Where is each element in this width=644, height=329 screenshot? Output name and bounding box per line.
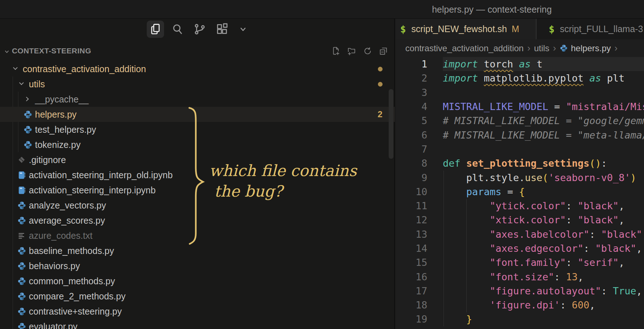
breadcrumb-item[interactable]: utils	[534, 43, 550, 53]
code-line-11[interactable]: 11 "ytick.color": "black",	[396, 199, 644, 213]
code-line-1[interactable]: 1import torch as t	[396, 57, 644, 71]
tree-item-evaluator-py[interactable]: evaluator.py	[0, 319, 395, 329]
search-icon[interactable]	[169, 21, 186, 38]
explorer-section-label: CONTEXT-STEERING	[12, 47, 91, 55]
shell-file-icon: $	[400, 24, 406, 35]
tab-script-new-fewshot[interactable]: $ script_NEW_fewshot.sh M	[396, 19, 537, 39]
file-name: behaviors.py	[29, 261, 80, 271]
file-name: analyze_vectors.py	[29, 200, 106, 211]
breadcrumb-separator: ›	[614, 43, 618, 54]
text-file-icon	[17, 231, 26, 240]
line-content: params = {	[443, 186, 525, 197]
explorer-section-header[interactable]: CONTEXT-STEERING	[0, 43, 395, 59]
file-name: average_scores.py	[29, 215, 105, 226]
python-file-icon	[23, 125, 32, 134]
line-number: 10	[396, 186, 427, 197]
code-lines: 1import torch as t2import matplotlib.pyp…	[396, 57, 644, 326]
line-number: 16	[396, 271, 427, 282]
tree-item-compare-2-methods-py[interactable]: compare_2_methods.py	[0, 289, 395, 304]
more-views-chevron-icon[interactable]	[234, 21, 252, 38]
git-modified-dot	[375, 76, 385, 92]
tree-item-average-scores-py[interactable]: average_scores.py	[0, 213, 395, 228]
tree-item-tokenize-py[interactable]: tokenize.py	[0, 137, 395, 152]
tree-item--gitignore[interactable]: .gitignore	[0, 152, 395, 167]
tree-item-baseline-methods-py[interactable]: baseline_methods.py	[0, 243, 395, 258]
code-line-7[interactable]: 7	[396, 142, 644, 156]
notebook-file-icon	[17, 185, 26, 195]
python-file-icon	[23, 110, 32, 119]
chevron-down-icon	[11, 64, 20, 74]
python-file-icon	[17, 261, 26, 271]
tree-item-common-methods-py[interactable]: common_methods.py	[0, 273, 395, 289]
code-line-5[interactable]: 5# MISTRAL_LIKE_MODEL = "google/gemm	[396, 114, 644, 128]
tree-item-analyze-vectors-py[interactable]: analyze_vectors.py	[0, 198, 395, 213]
explorer-files-icon[interactable]	[147, 21, 164, 38]
file-name: utils	[29, 79, 45, 89]
code-line-16[interactable]: 16 "font.size": 13,	[396, 269, 644, 284]
line-content: }	[443, 313, 472, 325]
code-line-4[interactable]: 4MISTRAL_LIKE_MODEL = "mistralai/Mis	[396, 100, 644, 114]
code-line-19[interactable]: 19 }	[396, 312, 644, 326]
code-line-13[interactable]: 13 "axes.labelcolor": "black",	[396, 227, 644, 241]
shell-file-icon: $	[549, 24, 555, 35]
code-line-14[interactable]: 14 "axes.edgecolor": "black",	[396, 241, 644, 255]
tree-item-activation-steering-interp-ipynb[interactable]: activation_steering_interp.ipynb	[0, 183, 395, 198]
python-file-icon	[17, 276, 26, 286]
line-number: 2	[396, 73, 427, 84]
new-file-icon[interactable]	[330, 45, 341, 56]
line-number: 9	[396, 172, 427, 183]
file-name: compare_2_methods.py	[29, 291, 125, 302]
tree-item-activation-steering-interp-old-ipynb[interactable]: activation_steering_interp_old.ipynb	[0, 167, 395, 183]
tree-item-contrastive-steering-py[interactable]: contrastive+steering.py	[0, 304, 395, 319]
vscode-window: helpers.py — context-steering	[0, 0, 644, 329]
python-file-icon	[17, 291, 26, 301]
sidebar-scrollbar[interactable]	[389, 89, 393, 159]
line-number: 8	[396, 158, 427, 169]
line-content: "xtick.color": "black",	[443, 214, 625, 225]
tab-script-full-llama[interactable]: $ script_FULL_llama-3	[537, 19, 644, 39]
source-control-icon[interactable]	[191, 21, 208, 38]
python-file-icon	[560, 44, 568, 52]
line-content: "ytick.color": "black",	[443, 200, 625, 211]
breadcrumb-item-current[interactable]: helpers.py	[571, 43, 611, 53]
tree-item-helpers-py[interactable]: helpers.py2	[0, 107, 395, 122]
code-line-15[interactable]: 15 "font.family": "serif",	[396, 255, 644, 269]
breadcrumb-item[interactable]: contrastive_activation_addition	[405, 43, 524, 53]
collapse-folders-icon[interactable]	[378, 45, 389, 56]
line-content: 'figure.dpi': 600,	[443, 299, 595, 311]
refresh-icon[interactable]	[362, 45, 373, 56]
file-name: contrastive+steering.py	[29, 306, 122, 317]
code-line-18[interactable]: 18 'figure.dpi': 600,	[396, 298, 644, 312]
code-line-10[interactable]: 10 params = {	[396, 185, 644, 199]
window-title: helpers.py — context-steering	[432, 4, 552, 14]
breadcrumb-separator: ›	[527, 43, 530, 54]
tree-item--pycache-[interactable]: __pycache__	[0, 92, 395, 107]
tree-item-utils[interactable]: utils	[0, 76, 395, 92]
tree-item-azure-codes-txt[interactable]: azure_codes.txt	[0, 228, 395, 243]
line-content: "font.size": 13,	[443, 271, 583, 282]
python-file-icon	[23, 140, 32, 149]
code-line-2[interactable]: 2import matplotlib.pyplot as plt	[396, 71, 644, 85]
line-number: 4	[396, 101, 427, 112]
tree-item-test-helpers-py[interactable]: test_helpers.py	[0, 122, 395, 137]
extensions-icon[interactable]	[213, 21, 231, 38]
breadcrumb: contrastive_activation_addition › utils …	[396, 39, 644, 57]
tree-item-behaviors-py[interactable]: behaviors.py	[0, 258, 395, 273]
code-line-17[interactable]: 17 "figure.autolayout": True,	[396, 284, 644, 298]
new-folder-icon[interactable]	[346, 45, 357, 56]
line-number: 17	[396, 285, 427, 297]
line-number: 7	[396, 144, 427, 155]
file-name: evaluator.py	[29, 321, 78, 329]
line-number: 18	[396, 299, 427, 311]
tree-item-contrastive-activation-addition[interactable]: contrastive_activation_addition	[0, 61, 395, 76]
line-content: import torch as t	[443, 58, 542, 70]
file-name: baseline_methods.py	[29, 246, 114, 256]
code-line-3[interactable]: 3	[396, 85, 644, 100]
code-line-6[interactable]: 6# MISTRAL_LIKE_MODEL = "meta-llama/	[396, 128, 644, 142]
code-line-9[interactable]: 9 plt.style.use('seaborn-v0_8')	[396, 170, 644, 184]
code-line-12[interactable]: 12 "xtick.color": "black",	[396, 213, 644, 227]
code-editor[interactable]: 1import torch as t2import matplotlib.pyp…	[396, 57, 644, 329]
line-number: 15	[396, 257, 427, 268]
line-content: "axes.edgecolor": "black",	[443, 243, 642, 254]
code-line-8[interactable]: 8def set_plotting_settings():	[396, 156, 644, 170]
